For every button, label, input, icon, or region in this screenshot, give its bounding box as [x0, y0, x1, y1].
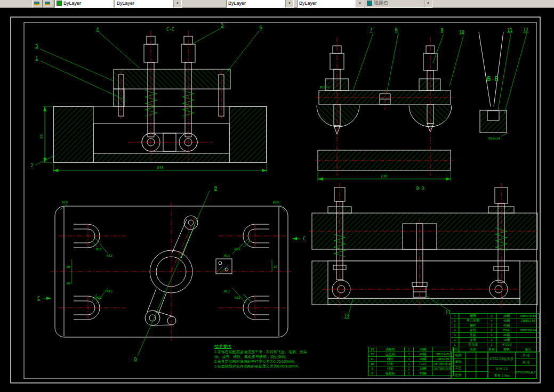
balloon-12[interactable]: 12: [523, 28, 528, 32]
balloon-3[interactable]: 3: [36, 44, 38, 49]
section-letter-b[interactable]: B: [214, 186, 217, 191]
dim-r22[interactable]: R22: [96, 296, 102, 299]
color-control-combo[interactable]: ByLayer ▼: [54, 0, 122, 8]
view-cc-front-section[interactable]: 344 95 C-C 4 5 6 3 1 2: [31, 23, 267, 173]
balloon-5[interactable]: 5: [221, 23, 224, 28]
table-row: 5螺杆245钢: [451, 323, 540, 328]
balloon-8[interactable]: 8: [395, 28, 398, 32]
view-label-bb[interactable]: B-B: [487, 75, 499, 83]
bom-cell: 定位销: [376, 352, 405, 357]
view-label-bd[interactable]: B-D: [416, 186, 424, 191]
chevron-down-icon[interactable]: ▼: [285, 0, 293, 7]
bom-table-right[interactable]: 7螺母235钢GB6170-86 6开口垫圈445钢GB852-88 5螺杆24…: [451, 313, 540, 352]
dim-r13[interactable]: R13: [107, 254, 113, 257]
titleblock-row-approver: 批准: [451, 371, 488, 379]
balloon-11[interactable]: 11: [507, 28, 512, 33]
balloon-11b[interactable]: 11: [445, 311, 451, 315]
balloon-1[interactable]: 1: [36, 56, 38, 61]
make-layer-current-button[interactable]: [43, 0, 53, 8]
lineweight-value: ByLayer: [299, 1, 317, 6]
layers-icon: [34, 2, 39, 5]
view-bd-section[interactable]: B-D 13 11: [309, 183, 539, 318]
linetype-control-combo[interactable]: ByLayer ▼: [115, 0, 182, 8]
linetype2-value: ByLayer: [228, 1, 246, 6]
table-row: 3压板245钢: [451, 333, 540, 338]
balloon-10[interactable]: 10: [459, 30, 464, 35]
view-plan[interactable]: B D C C R20 R20 R22 R13 R22 R13 R22: [37, 186, 306, 362]
drawing-title: KTSJ-09钻夹具: [488, 352, 516, 366]
technical-notes[interactable]: 技术要求 1.零件在装配前必须清洗干净，不得有飞边、毛刺、夹杂 物、油污、锈蚀、…: [214, 344, 348, 369]
bom-cell: 13: [368, 347, 376, 352]
chevron-down-icon: ▼: [424, 0, 432, 7]
table-row: 4弹簧265MnGB2089-94: [451, 328, 540, 333]
date-cell: [476, 359, 488, 365]
bom-cell: 衬套: [376, 366, 405, 371]
table-row: 2支座245钢: [451, 338, 540, 342]
dim-95[interactable]: 95: [39, 134, 44, 138]
notes-line: 1.零件在装配前必须清洗干净，不得有飞边、毛刺、夹杂: [214, 349, 348, 354]
weight-cell: 重量 2.0kg: [488, 372, 516, 379]
bom-cell: 2: [487, 328, 496, 333]
dim-r22[interactable]: R22: [96, 247, 102, 251]
dim-dia12[interactable]: Ø12H7: [320, 85, 330, 89]
bom-cell: GB852-88: [517, 318, 540, 323]
bom-cell: T10A: [414, 362, 432, 366]
bom-cell: 钻套: [376, 362, 405, 366]
bom-cell: GB6170-86: [517, 314, 540, 318]
color-value: ByLayer: [63, 1, 81, 6]
table-row: 7螺母235钢GB6170-86: [451, 314, 540, 318]
bom-cell: 6: [451, 318, 459, 323]
dim-344[interactable]: 344: [157, 166, 164, 170]
balloon-7[interactable]: 7: [370, 28, 373, 32]
section-letter-c[interactable]: C: [303, 236, 306, 241]
chevron-down-icon[interactable]: ▼: [356, 0, 364, 7]
title-block[interactable]: 制图 审核 工艺 批准 KTSJ-09钻夹具 比例 1:1 重量 2.0kg 共…: [451, 352, 536, 379]
bom-cell: 压板: [459, 333, 487, 338]
bom-cell: 1: [451, 342, 459, 347]
sig-cell: [465, 365, 476, 371]
table-row: 12定位销245钢GB119-86: [368, 352, 454, 357]
dim-m10[interactable]: M10×24: [488, 136, 500, 140]
dim-20[interactable]: 20: [66, 281, 70, 285]
dim-r20-left[interactable]: R20: [62, 200, 68, 204]
balloon-4[interactable]: 4: [97, 27, 99, 32]
layer-properties-button[interactable]: [32, 0, 43, 8]
linetype2-control-combo[interactable]: ByLayer ▼: [226, 0, 294, 8]
lineweight-control-combo[interactable]: ByLayer ▼: [297, 0, 364, 8]
dim-218[interactable]: 218: [381, 174, 388, 178]
dim-r13[interactable]: R13: [224, 289, 230, 293]
dim-r13[interactable]: R13: [224, 254, 230, 257]
bom-cell: 2: [487, 338, 496, 342]
bom-cell: 45钢: [496, 323, 517, 328]
titleblock-label: 制图: [452, 353, 465, 358]
view-side-section[interactable]: 218 Ø12H7 7 8 9 10: [316, 28, 464, 181]
balloon-9[interactable]: 9: [441, 28, 444, 33]
section-letter-c2[interactable]: C: [37, 296, 40, 301]
dim-20[interactable]: 20: [274, 265, 278, 268]
dim-r20-right[interactable]: R20: [273, 200, 279, 204]
balloon-2[interactable]: 2: [31, 164, 34, 168]
sig-cell: [465, 372, 476, 379]
notes-line: 3.钻套轴线对夹具底面的垂直度公差为0.05/100mm。: [214, 364, 348, 369]
plotstyle-control-combo[interactable]: 随颜色 ▼: [365, 0, 432, 8]
dim-r13[interactable]: R13: [107, 289, 113, 293]
bom-cell: 4: [487, 318, 496, 323]
bom-cell: 开口垫圈: [459, 318, 487, 323]
bom-cell: 10: [368, 362, 376, 366]
dim-20[interactable]: 20: [66, 265, 70, 268]
section-letter-d[interactable]: D: [134, 357, 137, 362]
bom-cell: 弹簧: [459, 328, 487, 333]
balloon-13[interactable]: 13: [344, 314, 349, 318]
bom-cell: 2: [405, 366, 414, 371]
bom-cell: 35钢: [414, 357, 432, 362]
bom-table-left[interactable]: 13调整垫145钢 12定位销245钢GB119-86 11螺钉435钢GB70…: [368, 347, 454, 376]
sig-cell: [465, 359, 476, 365]
layer-icon: [45, 2, 50, 5]
titleblock-label: 批准: [452, 372, 465, 379]
view-label-cc[interactable]: C-C: [166, 27, 174, 32]
view-bb-detail[interactable]: B-B M10×24 11 12: [479, 28, 528, 140]
bom-cell: 2: [487, 314, 496, 318]
bom-cell: 65Mn: [496, 328, 517, 333]
chevron-down-icon[interactable]: ▼: [173, 0, 181, 7]
balloon-6[interactable]: 6: [260, 26, 262, 30]
